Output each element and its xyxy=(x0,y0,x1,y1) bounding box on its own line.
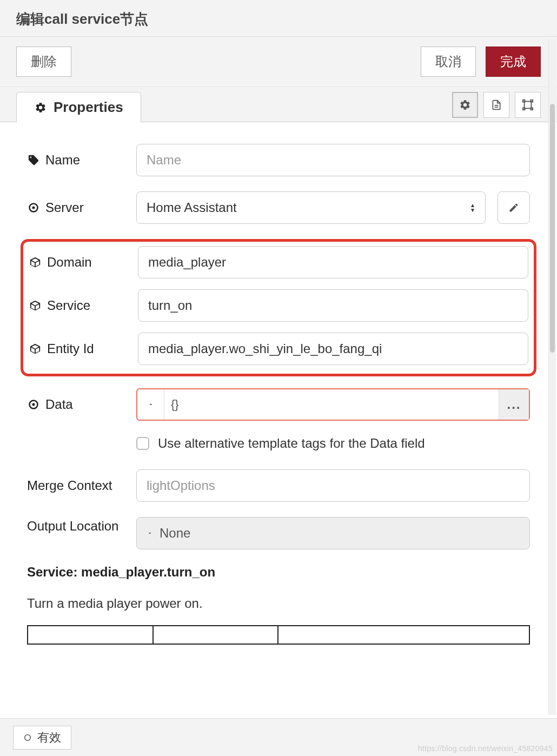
alt-template-checkbox[interactable] xyxy=(136,437,149,450)
status-button[interactable]: 有效 xyxy=(13,726,71,750)
caret-down-icon xyxy=(147,530,153,536)
gear-icon xyxy=(459,99,471,111)
cube-icon xyxy=(29,256,42,269)
svg-rect-3 xyxy=(523,100,525,102)
tab-properties-label: Properties xyxy=(54,99,123,116)
server-edit-button[interactable] xyxy=(498,191,530,224)
data-typed-input[interactable]: {} ... xyxy=(136,388,530,421)
tag-icon xyxy=(27,154,40,167)
select-arrows-icon: ▲▼ xyxy=(470,203,475,213)
delete-button[interactable]: 删除 xyxy=(16,47,71,77)
service-doc-description: Turn a media player power on. xyxy=(27,596,530,611)
scrollbar-thumb[interactable] xyxy=(550,104,555,353)
gear-icon xyxy=(34,101,47,114)
service-doc-table xyxy=(27,625,530,645)
data-type-hint: {} xyxy=(164,397,499,412)
alt-template-label: Use alternative template tags for the Da… xyxy=(158,436,425,451)
server-label: Server xyxy=(45,200,84,215)
appearance-tab-button[interactable] xyxy=(515,92,541,118)
domain-input[interactable] xyxy=(138,246,528,278)
data-label: Data xyxy=(45,397,73,412)
svg-point-11 xyxy=(25,734,31,740)
properties-form: Name Server Home Assistant ▲▼ Domain xyxy=(0,122,557,718)
status-label: 有效 xyxy=(37,730,61,746)
output-location-label: Output Location xyxy=(27,517,118,535)
target-icon xyxy=(27,398,40,411)
pencil-icon xyxy=(508,202,519,213)
server-select-value: Home Assistant xyxy=(147,200,237,215)
svg-rect-4 xyxy=(531,100,533,102)
svg-point-8 xyxy=(32,207,35,209)
service-input[interactable] xyxy=(138,289,528,322)
cube-icon xyxy=(29,299,42,312)
domain-label: Domain xyxy=(47,255,92,270)
service-doc-heading: Service: media_player.turn_on xyxy=(27,565,530,580)
server-select[interactable]: Home Assistant ▲▼ xyxy=(136,191,486,224)
output-location-select[interactable]: None xyxy=(136,517,530,549)
dialog-title: 编辑call service节点 xyxy=(0,0,557,37)
entity-id-label: Entity Id xyxy=(47,341,94,356)
action-bar: 删除 取消 完成 xyxy=(0,37,557,87)
service-doc: Service: media_player.turn_on Turn a med… xyxy=(27,565,530,645)
settings-tab-button[interactable] xyxy=(452,92,478,118)
cancel-button[interactable]: 取消 xyxy=(421,47,476,77)
layout-icon xyxy=(522,99,534,111)
tab-bar: Properties xyxy=(0,87,557,122)
target-icon xyxy=(27,201,40,214)
vertical-scrollbar[interactable] xyxy=(548,39,556,715)
svg-rect-5 xyxy=(523,108,525,110)
docs-tab-button[interactable] xyxy=(483,92,509,118)
merge-context-label: Merge Context xyxy=(27,478,112,493)
entity-id-input[interactable] xyxy=(138,333,528,365)
name-input[interactable] xyxy=(136,144,530,176)
svg-point-10 xyxy=(32,403,35,406)
merge-context-input[interactable] xyxy=(136,469,530,502)
tab-properties[interactable]: Properties xyxy=(16,92,141,122)
svg-rect-2 xyxy=(525,102,532,109)
cube-icon xyxy=(29,342,42,355)
caret-down-icon xyxy=(148,401,154,408)
service-label: Service xyxy=(47,298,90,313)
data-expand-button[interactable]: ... xyxy=(499,389,529,420)
name-label: Name xyxy=(45,152,80,168)
highlighted-fields: Domain Service Entity Id xyxy=(21,239,536,376)
output-location-value: None xyxy=(160,526,190,541)
watermark-text: https://blog.csdn.net/weixin_45820945 xyxy=(418,744,553,753)
svg-rect-6 xyxy=(531,108,533,110)
data-type-selector[interactable] xyxy=(137,389,164,420)
done-button[interactable]: 完成 xyxy=(486,47,541,77)
circle-icon xyxy=(23,733,32,742)
document-icon xyxy=(491,99,502,111)
